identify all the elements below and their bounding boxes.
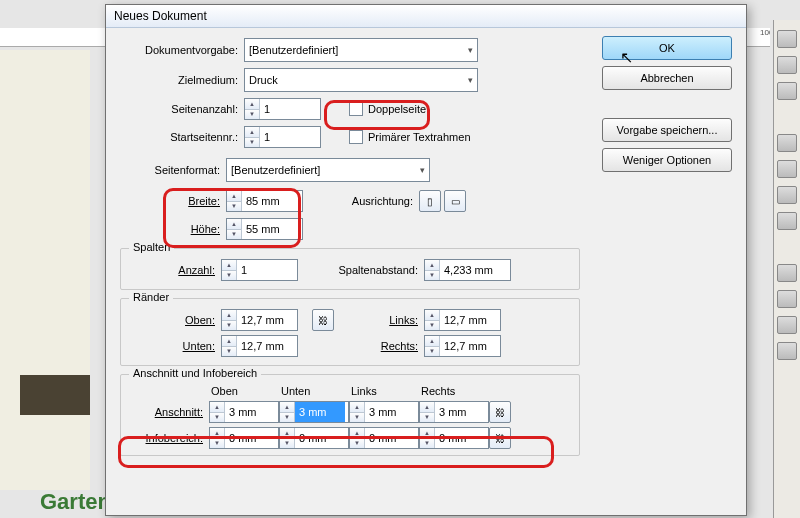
slug-right-stepper[interactable]: ▲▼ [419, 427, 489, 449]
primary-text-frame-checkbox[interactable]: Primärer Textrahmen [349, 130, 471, 144]
preset-select[interactable]: [Benutzerdefiniert] [244, 38, 478, 62]
page-size-label: Seitenformat: [120, 164, 220, 176]
ribbon-shape [20, 375, 90, 415]
height-input[interactable] [242, 219, 302, 239]
gutter-label: Spaltenabstand: [298, 264, 418, 276]
panel-icon[interactable] [777, 186, 797, 204]
slug-right-input[interactable] [435, 428, 485, 448]
cancel-button[interactable]: Abbrechen [602, 66, 732, 90]
bleed-top-input[interactable] [225, 402, 275, 422]
panel-icon[interactable] [777, 290, 797, 308]
slug-bottom-stepper[interactable]: ▲▼ [279, 427, 349, 449]
margin-bottom-label: Unten: [131, 340, 215, 352]
save-preset-button[interactable]: Vorgabe speichern... [602, 118, 732, 142]
fewer-options-button[interactable]: Weniger Optionen [602, 148, 732, 172]
new-document-dialog: Neues Dokument OK Abbrechen Vorgabe spei… [105, 4, 747, 516]
slug-top-input[interactable] [225, 428, 275, 448]
columns-group: Spalten Anzahl: ▲▼ Spaltenabstand: ▲▼ [120, 248, 580, 290]
checkbox-box [349, 102, 363, 116]
slug-row-label: Infobereich: [131, 432, 203, 444]
slug-top-stepper[interactable]: ▲▼ [209, 427, 279, 449]
orientation-landscape-icon[interactable]: ▭ [444, 190, 466, 212]
orientation-label: Ausrichtung: [303, 195, 413, 207]
panel-icon[interactable] [777, 56, 797, 74]
panel-icon[interactable] [777, 82, 797, 100]
preset-value: [Benutzerdefiniert] [249, 44, 338, 56]
intent-select[interactable]: Druck [244, 68, 478, 92]
bleed-hdr-bottom: Unten [279, 385, 349, 397]
start-page-input[interactable] [260, 127, 320, 147]
start-page-stepper[interactable]: ▲▼ [244, 126, 321, 148]
slug-bottom-input[interactable] [295, 428, 345, 448]
page-size-select[interactable]: [Benutzerdefiniert] [226, 158, 430, 182]
panel-icon[interactable] [777, 30, 797, 48]
panel-icon[interactable] [777, 160, 797, 178]
facing-pages-label: Doppelseite [368, 103, 426, 115]
gutter-input[interactable] [440, 260, 510, 280]
columns-count-input[interactable] [237, 260, 297, 280]
bleed-right-input[interactable] [435, 402, 485, 422]
bleed-hdr-right: Rechts [419, 385, 489, 397]
width-label: Breite: [120, 195, 220, 207]
panel-icon[interactable] [777, 264, 797, 282]
link-bleed-icon[interactable]: ⛓ [489, 401, 511, 423]
dialog-title: Neues Dokument [114, 9, 207, 23]
link-slug-icon[interactable]: ⛓ [489, 427, 511, 449]
right-panel-strip [773, 20, 800, 518]
margin-right-stepper[interactable]: ▲▼ [424, 335, 501, 357]
panel-icon[interactable] [777, 342, 797, 360]
ok-label: OK [659, 42, 675, 54]
height-stepper[interactable]: ▲▼ [226, 218, 303, 240]
orientation-portrait-icon[interactable]: ▯ [419, 190, 441, 212]
bleed-group: Anschnitt und Infobereich Oben Unten Lin… [120, 374, 580, 456]
bleed-hdr-top: Oben [209, 385, 279, 397]
margin-bottom-stepper[interactable]: ▲▼ [221, 335, 298, 357]
bleed-right-stepper[interactable]: ▲▼ [419, 401, 489, 423]
bleed-bottom-stepper[interactable]: ▲▼ [279, 401, 349, 423]
margin-left-stepper[interactable]: ▲▼ [424, 309, 501, 331]
bleed-top-stepper[interactable]: ▲▼ [209, 401, 279, 423]
panel-icon[interactable] [777, 134, 797, 152]
save-preset-label: Vorgabe speichern... [617, 124, 718, 136]
margin-top-input[interactable] [237, 310, 297, 330]
pages-stepper[interactable]: ▲▼ [244, 98, 321, 120]
margins-title: Ränder [129, 291, 173, 303]
margin-bottom-input[interactable] [237, 336, 297, 356]
margin-right-input[interactable] [440, 336, 500, 356]
width-input[interactable] [242, 191, 302, 211]
columns-count-stepper[interactable]: ▲▼ [221, 259, 298, 281]
panel-icon[interactable] [777, 212, 797, 230]
margin-top-stepper[interactable]: ▲▼ [221, 309, 298, 331]
margin-left-input[interactable] [440, 310, 500, 330]
bleed-row-label: Anschnitt: [131, 406, 203, 418]
intent-label: Zielmedium: [120, 74, 238, 86]
cancel-label: Abbrechen [640, 72, 693, 84]
document-background [0, 50, 90, 490]
checkbox-box [349, 130, 363, 144]
bleed-bottom-input[interactable] [295, 402, 345, 422]
facing-pages-checkbox[interactable]: Doppelseite [349, 102, 426, 116]
panel-icon[interactable] [777, 316, 797, 334]
margin-right-label: Rechts: [334, 340, 418, 352]
primary-text-frame-label: Primärer Textrahmen [368, 131, 471, 143]
slug-left-input[interactable] [365, 428, 415, 448]
bleed-hdr-left: Links [349, 385, 419, 397]
slug-left-stepper[interactable]: ▲▼ [349, 427, 419, 449]
margin-left-label: Links: [334, 314, 418, 326]
ruler-tick: 100 [760, 28, 770, 37]
columns-count-label: Anzahl: [131, 264, 215, 276]
bleed-left-input[interactable] [365, 402, 415, 422]
link-margins-icon[interactable]: ⛓ [312, 309, 334, 331]
height-label: Höhe: [120, 223, 220, 235]
dialog-titlebar[interactable]: Neues Dokument [106, 5, 746, 28]
bleed-left-stepper[interactable]: ▲▼ [349, 401, 419, 423]
fewer-options-label: Weniger Optionen [623, 154, 711, 166]
gutter-stepper[interactable]: ▲▼ [424, 259, 511, 281]
margins-group: Ränder Oben: ▲▼ ⛓ Links: ▲▼ Unten: ▲▼ Re… [120, 298, 580, 366]
pages-input[interactable] [260, 99, 320, 119]
preset-label: Dokumentvorgabe: [120, 44, 238, 56]
margin-top-label: Oben: [131, 314, 215, 326]
width-stepper[interactable]: ▲▼ [226, 190, 303, 212]
page-size-value: [Benutzerdefiniert] [231, 164, 320, 176]
bleed-title: Anschnitt und Infobereich [129, 367, 261, 379]
